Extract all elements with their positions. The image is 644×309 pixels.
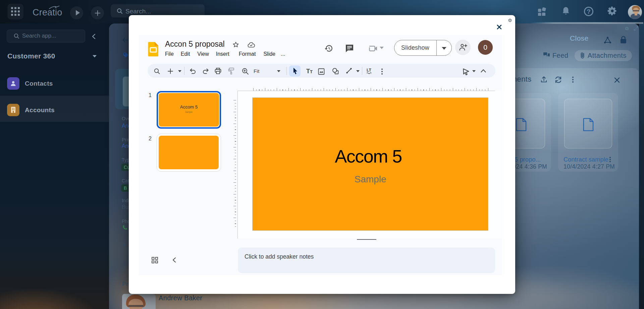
svg-text:LT: LT [367, 68, 371, 73]
